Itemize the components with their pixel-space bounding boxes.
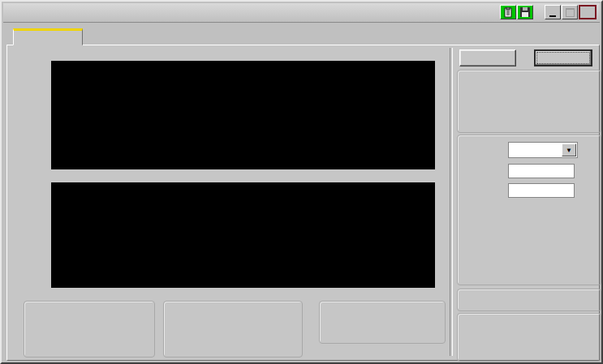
bottom-chart-left-axis <box>19 182 48 288</box>
top-chart-left-axis <box>19 61 48 169</box>
maximize-icon <box>566 8 575 17</box>
minimize-icon <box>549 15 556 17</box>
vertical-separator <box>450 48 453 356</box>
settings-group: ▼ <box>457 135 601 285</box>
maximize-button[interactable] <box>562 5 578 19</box>
bottom-chart-x-axis <box>51 290 450 301</box>
start-pos-input[interactable] <box>508 164 575 178</box>
titlebar <box>3 3 600 23</box>
copy-to-clipboard-button[interactable] <box>500 5 516 19</box>
jitter-stats <box>319 301 446 344</box>
titlebar-buttons <box>499 5 597 19</box>
progress-group <box>457 313 601 362</box>
speed-select[interactable]: ▼ <box>508 142 578 158</box>
disc-info-group <box>457 70 601 133</box>
save-button[interactable] <box>517 5 533 19</box>
bottom-chart <box>51 182 435 288</box>
pi-errors-stats <box>24 301 155 358</box>
pi-failures-stats <box>163 301 303 358</box>
top-chart <box>51 61 435 169</box>
tab-disc-quality[interactable] <box>13 28 83 45</box>
start-button[interactable] <box>459 49 516 66</box>
top-chart-x-axis <box>51 172 450 182</box>
disc-quality-page: ▼ <box>6 45 600 361</box>
chevron-down-icon[interactable]: ▼ <box>562 143 576 156</box>
close-button[interactable] <box>579 5 597 19</box>
exit-button[interactable] <box>534 49 592 66</box>
app-window: ▼ <box>0 0 603 364</box>
minimize-button[interactable] <box>545 5 561 19</box>
quality-score-group <box>457 289 601 311</box>
floppy-disk-icon <box>520 7 530 17</box>
end-pos-input[interactable] <box>508 183 575 198</box>
quality-score-row <box>464 293 594 306</box>
clipboard-icon <box>503 7 513 18</box>
